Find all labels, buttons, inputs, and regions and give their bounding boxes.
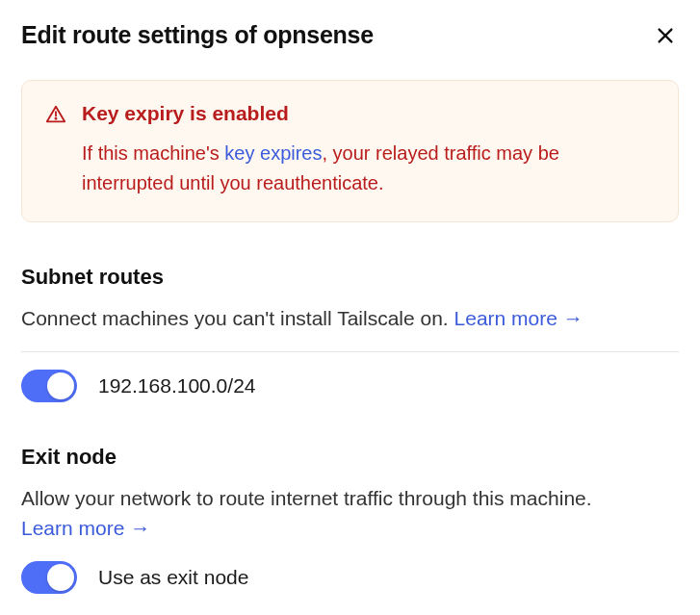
close-button[interactable] — [652, 22, 679, 49]
dialog-title: Edit route settings of opnsense — [21, 21, 374, 49]
warning-title: Key expiry is enabled — [82, 102, 655, 125]
subnet-routes-section: Subnet routes Connect machines you can't… — [21, 265, 679, 402]
subnet-route-toggle[interactable] — [21, 370, 77, 402]
exit-node-title: Exit node — [21, 445, 679, 470]
key-expires-link[interactable]: key expires — [224, 142, 322, 164]
subnet-routes-desc: Connect machines you can't install Tails… — [21, 303, 679, 352]
svg-point-3 — [55, 118, 56, 119]
warning-icon — [45, 104, 66, 125]
close-icon — [655, 25, 676, 46]
subnet-learn-more-link[interactable]: Learn more → — [454, 307, 583, 329]
toggle-knob — [47, 372, 74, 399]
subnet-route-row: 192.168.100.0/24 — [21, 370, 679, 402]
warning-text-before: If this machine's — [82, 142, 224, 164]
exit-node-section: Exit node Allow your network to route in… — [21, 445, 679, 594]
exit-node-toggle[interactable] — [21, 561, 77, 594]
key-expiry-warning: Key expiry is enabled If this machine's … — [21, 80, 679, 222]
dialog-header: Edit route settings of opnsense — [21, 21, 679, 49]
exit-node-learn-more-link[interactable]: Learn more → — [21, 517, 150, 539]
exit-node-desc: Allow your network to route internet tra… — [21, 483, 679, 561]
subnet-route-cidr: 192.168.100.0/24 — [98, 374, 256, 397]
toggle-knob — [47, 564, 74, 591]
exit-node-toggle-label: Use as exit node — [98, 566, 248, 589]
arrow-right-icon: → — [130, 517, 150, 539]
warning-text: If this machine's key expires, your rela… — [82, 139, 655, 198]
exit-node-toggle-row: Use as exit node — [21, 561, 679, 594]
warning-content: Key expiry is enabled If this machine's … — [82, 102, 655, 198]
arrow-right-icon: → — [563, 307, 583, 329]
subnet-routes-title: Subnet routes — [21, 265, 679, 290]
